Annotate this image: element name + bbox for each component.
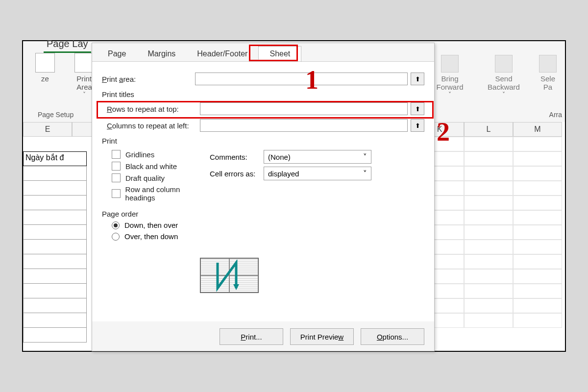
size-label: ze (41, 74, 49, 83)
bw-checkbox[interactable] (112, 162, 121, 171)
cols-repeat-label: Columns to repeat at left: (107, 122, 200, 130)
collapse-dialog-icon[interactable]: ⬆ (411, 73, 424, 85)
print-area-label: Print Area (76, 74, 92, 91)
print-area-icon (74, 53, 94, 73)
bring-forward-icon (441, 55, 459, 73)
cols-repeat-input[interactable] (200, 119, 408, 132)
rc-headings-checkbox[interactable] (112, 189, 121, 198)
print-button[interactable]: Print... (220, 328, 283, 345)
collapse-dialog-icon[interactable]: ⬆ (411, 119, 424, 132)
app-frame: Page Lay ze Print Area ˅ Page Setup Brin… (22, 40, 566, 352)
chevron-down-icon: ˅ (363, 169, 367, 178)
tab-margins[interactable]: Margins (137, 47, 186, 61)
chevron-down-icon: ˅ (83, 91, 86, 98)
print-titles-section: Print titles (102, 90, 424, 98)
send-backward-button[interactable]: Send Backward ˅ (482, 55, 526, 98)
tab-page-layout[interactable]: Page Lay (44, 38, 91, 53)
print-area-label: PPrint area:rint area: (102, 75, 195, 83)
col-header[interactable]: M (513, 122, 562, 137)
gridlines-label: Gridlines (125, 150, 154, 159)
arrange-group-label: Arra (549, 111, 562, 119)
cell-ngay[interactable]: Ngày bắt đ (23, 151, 87, 166)
annotation-box-sheet-tab (249, 45, 298, 61)
chevron-down-icon: ˅ (448, 91, 451, 98)
bring-forward-label: Bring Forward (436, 74, 463, 91)
print-section: Print (102, 137, 424, 145)
selection-pane-icon (539, 55, 557, 73)
selection-pane-button[interactable]: Sele Pa (536, 55, 560, 98)
page-order-section: Page order (102, 210, 424, 218)
comments-label: Comments: (210, 153, 264, 161)
col-header[interactable]: E (23, 122, 72, 137)
chevron-down-icon: ˅ (363, 152, 367, 161)
page-order-illustration (200, 258, 259, 293)
selection-label: Sele Pa (540, 74, 555, 91)
annotation-box-rows-repeat (97, 101, 434, 119)
options-button[interactable]: Options... (361, 328, 424, 345)
comments-dropdown[interactable]: (None)˅ (264, 150, 371, 164)
send-backward-label: Send Backward (488, 74, 520, 91)
row-cells-left (23, 166, 87, 351)
grid-right (415, 137, 565, 351)
col-header[interactable]: L (464, 122, 513, 137)
down-then-over-radio[interactable] (112, 221, 120, 229)
rc-headings-label: Row and column headings (125, 185, 210, 202)
page-size-icon (35, 53, 55, 73)
page-setup-dialog: Page Margins Header/Footer Sheet PPrint … (92, 43, 435, 351)
draft-checkbox[interactable] (112, 173, 121, 182)
size-button[interactable]: ze (28, 53, 62, 98)
down-then-over-label: Down, then over (124, 221, 178, 229)
bw-label: Black and white (125, 162, 177, 171)
annotation-number-2: 2 (437, 117, 450, 147)
print-area-input[interactable] (195, 73, 408, 85)
cell-errors-label: Cell errors as: (210, 170, 264, 178)
page-setup-group-label: Page Setup (38, 111, 74, 119)
over-then-down-label: Over, then down (124, 232, 178, 241)
print-preview-button[interactable]: Print Preview (290, 328, 354, 345)
chevron-down-icon: ˅ (502, 91, 505, 98)
draft-label: Draft quality (125, 174, 165, 182)
tab-header-footer[interactable]: Header/Footer (186, 47, 258, 61)
send-backward-icon (495, 55, 513, 73)
cell-errors-dropdown[interactable]: displayed˅ (264, 167, 371, 180)
tab-page[interactable]: Page (97, 47, 137, 61)
annotation-number-1: 1 (305, 65, 318, 95)
gridlines-checkbox[interactable] (112, 150, 121, 159)
over-then-down-radio[interactable] (112, 233, 120, 241)
